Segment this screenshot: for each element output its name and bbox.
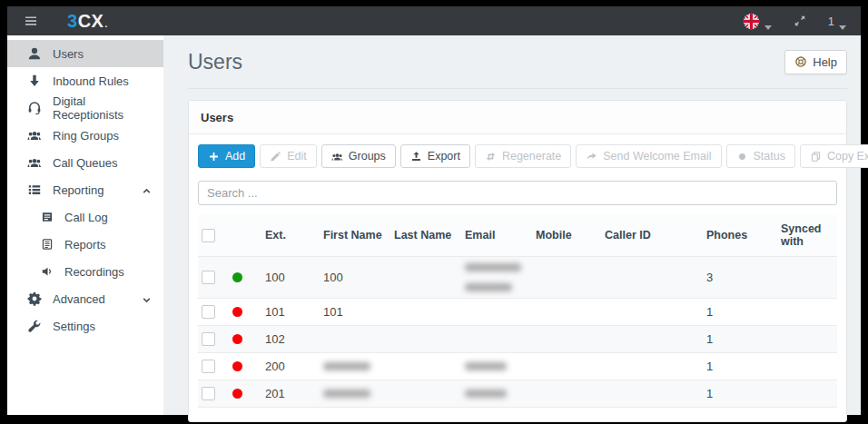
row-checkbox[interactable] — [202, 332, 215, 346]
button-label: Export — [428, 150, 460, 163]
first-name-cell — [320, 383, 390, 404]
headset-icon — [27, 101, 42, 115]
sidebar-item-recordings[interactable]: Recordings — [7, 258, 163, 285]
sidebar-item-ring-groups[interactable]: Ring Groups — [7, 122, 163, 149]
column-header-caller-id[interactable]: Caller ID — [601, 221, 703, 250]
status-cell — [229, 355, 261, 378]
first-name-cell: 101 — [320, 299, 390, 325]
list-icon — [27, 182, 42, 197]
table-row-ext-102[interactable]: 1021 — [198, 326, 837, 353]
row-checkbox[interactable] — [202, 305, 215, 319]
phones-cell: 3 — [703, 264, 777, 291]
sidebar-item-inbound-rules[interactable]: Inbound Rules — [7, 67, 163, 94]
column-header-synced-with[interactable]: Synced with — [777, 214, 837, 256]
menu-icon[interactable] — [24, 14, 38, 28]
sidebar-item-users[interactable]: Users — [7, 40, 163, 67]
phones-cell: 1 — [703, 299, 777, 325]
chevron-up-icon — [142, 185, 152, 195]
sidebar-item-call-log[interactable]: Call Log — [7, 203, 163, 231]
synced-with-cell — [777, 271, 837, 284]
copy-extension-button: Copy Extension — [800, 144, 868, 168]
sidebar-item-digital-receptionists[interactable]: Digital Receptionists — [7, 94, 163, 122]
last-name-cell — [390, 305, 461, 319]
sidebar-item-call-queues[interactable]: Call Queues — [7, 149, 163, 176]
column-header-last-name[interactable]: Last Name — [390, 221, 461, 250]
sidebar-nav: UsersInbound RulesDigital ReceptionistsR… — [7, 35, 163, 415]
copy-icon — [810, 151, 822, 163]
main-area: UsersInbound RulesDigital ReceptionistsR… — [7, 35, 861, 415]
logo-text: 3 — [67, 11, 78, 32]
regenerate-button: Regenerate — [475, 144, 571, 168]
sidebar-item-advanced[interactable]: Advanced — [7, 285, 163, 312]
select-cell — [198, 299, 229, 325]
blurred-value — [465, 263, 521, 271]
synced-with-cell — [777, 305, 837, 319]
logo-3cx: 3CX. — [67, 11, 108, 32]
button-label: Status — [754, 150, 785, 163]
add-button[interactable]: Add — [198, 144, 255, 168]
column-header-phones[interactable]: Phones — [703, 221, 777, 250]
table-row-ext-201[interactable]: 2011 — [198, 380, 837, 408]
page-header: Users Help — [188, 35, 847, 89]
groups-button[interactable]: Groups — [321, 144, 396, 168]
pencil-icon — [270, 151, 281, 163]
select-cell — [198, 380, 229, 407]
mobile-cell — [532, 332, 601, 346]
sidebar-item-label: Ring Groups — [53, 129, 119, 143]
button-label: Groups — [349, 150, 386, 163]
row-checkbox[interactable] — [202, 271, 215, 284]
sidebar-item-label: Advanced — [53, 292, 105, 306]
synced-with-cell — [777, 387, 837, 400]
table-row-ext-100[interactable]: 1001003 — [198, 257, 837, 299]
status-online-dot — [232, 272, 242, 282]
user-menu[interactable]: 1 — [828, 15, 846, 28]
first-name-cell — [320, 356, 390, 377]
synced-with-cell — [777, 360, 837, 373]
caller-id-cell — [601, 332, 703, 346]
group-icon — [331, 151, 343, 163]
status-cell — [229, 266, 261, 289]
sidebar-item-label: Settings — [53, 320, 95, 333]
edit-button: Edit — [260, 144, 317, 168]
caller-id-cell — [601, 360, 703, 373]
language-menu[interactable] — [743, 13, 772, 30]
life-ring-icon — [794, 55, 807, 68]
status-cell — [229, 301, 261, 323]
row-checkbox[interactable] — [202, 360, 215, 373]
table-header-row: Ext.First NameLast NameEmailMobileCaller… — [198, 214, 837, 257]
table-row-ext-200[interactable]: 2001 — [198, 353, 837, 380]
help-button[interactable]: Help — [784, 50, 847, 74]
last-name-cell — [390, 271, 461, 284]
sidebar-item-reporting[interactable]: Reporting — [7, 176, 163, 203]
table-row-ext-101[interactable]: 1011011 — [198, 299, 837, 326]
send-icon — [586, 151, 597, 163]
chevron-down-icon — [839, 18, 846, 24]
sidebar-item-reports[interactable]: Reports — [7, 231, 163, 258]
last-name-cell — [390, 387, 461, 400]
select-cell — [198, 326, 229, 352]
sidebar-item-label: Reporting — [53, 183, 104, 197]
email-cell — [461, 383, 532, 404]
column-header-ext[interactable]: Ext. — [261, 221, 320, 250]
status-offline-dot — [232, 307, 242, 317]
phones-cell: 1 — [703, 380, 777, 407]
group-icon — [27, 155, 42, 170]
expand-button[interactable] — [794, 15, 806, 27]
export-button[interactable]: Export — [400, 144, 470, 168]
column-header-email[interactable]: Email — [461, 221, 532, 250]
sidebar-item-label: Reports — [64, 238, 106, 251]
mobile-cell — [532, 387, 601, 400]
column-header-first-name[interactable]: First Name — [320, 221, 390, 250]
expand-icon — [794, 15, 806, 27]
select-all-cell — [198, 221, 229, 251]
send-welcome-email-button: Send Welcome Email — [576, 144, 721, 168]
row-checkbox[interactable] — [202, 387, 215, 400]
select-all-checkbox[interactable] — [202, 229, 215, 242]
search-input[interactable] — [198, 181, 837, 205]
help-button-label: Help — [813, 55, 837, 69]
sidebar-item-label: Call Log — [64, 211, 108, 224]
select-cell — [198, 264, 229, 291]
column-header-mobile[interactable]: Mobile — [532, 221, 601, 250]
sidebar-item-settings[interactable]: Settings — [7, 312, 163, 340]
email-cell — [461, 356, 532, 377]
